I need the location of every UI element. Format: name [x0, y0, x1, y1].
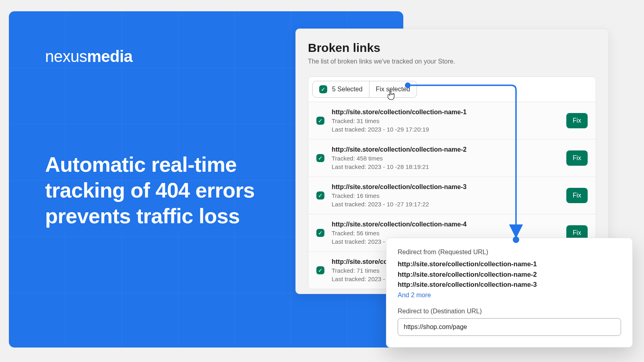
row-tracked-count: Tracked: 31 times: [332, 117, 559, 124]
panel-title: Broken links: [308, 41, 596, 55]
redirect-popover: Redirect from (Requested URL) http://sit…: [386, 238, 633, 348]
brand-part-1: nexus: [45, 47, 87, 65]
selected-count-pill[interactable]: ✓ 5 Selected: [313, 81, 369, 97]
row-body: http://site.store/collection/collection-…: [332, 109, 559, 133]
row-body: http://site.store/collection/collection-…: [332, 183, 559, 208]
row-url: http://site.store/collection/collection-…: [332, 221, 559, 228]
row-url: http://site.store/collection/collection-…: [332, 146, 559, 153]
row-tracked-count: Tracked: 16 times: [332, 192, 559, 199]
row-url: http://site.store/collection/collection-…: [332, 183, 559, 191]
brand-part-2: media: [87, 47, 132, 65]
redirect-to-input[interactable]: [398, 318, 621, 336]
redirect-more-link[interactable]: And 2 more: [398, 292, 621, 299]
row-last-tracked: Last tracked: 2023 - 10 -27 19:17:22: [332, 201, 559, 208]
fix-button[interactable]: Fix: [566, 188, 588, 203]
checkbox-checked-icon: ✓: [319, 85, 327, 93]
row-checkbox[interactable]: ✓: [316, 229, 324, 237]
redirect-from-label: Redirect from (Requested URL): [398, 249, 621, 256]
toolbar-pillbox: ✓ 5 Selected Fix selected: [312, 81, 417, 98]
row-url: http://site.store/collection/collection-…: [332, 109, 559, 116]
brand-logo: nexusmedia: [45, 47, 132, 66]
table-row[interactable]: ✓http://site.store/collection/collection…: [308, 177, 596, 214]
redirect-from-url: http://site.store/collection/collection-…: [398, 259, 621, 269]
table-row[interactable]: ✓http://site.store/collection/collection…: [308, 140, 596, 177]
row-body: http://site.store/collection/collection-…: [332, 146, 559, 170]
redirect-to-label: Redirect to (Destination URL): [398, 308, 621, 315]
hero-headline: Automatic real-time tracking of 404 erro…: [45, 152, 295, 229]
fix-selected-button[interactable]: Fix selected: [369, 81, 417, 97]
row-checkbox[interactable]: ✓: [316, 154, 324, 162]
redirect-from-url: http://site.store/collection/collection-…: [398, 280, 621, 290]
row-checkbox[interactable]: ✓: [316, 191, 324, 200]
row-tracked-count: Tracked: 56 times: [332, 230, 559, 237]
fix-selected-label: Fix selected: [376, 86, 410, 93]
selected-count-label: 5 Selected: [332, 86, 363, 93]
redirect-from-url: http://site.store/collection/collection-…: [398, 269, 621, 280]
fix-button[interactable]: Fix: [566, 150, 588, 166]
panel-subtitle: The list of broken links we've tracked o…: [308, 58, 596, 65]
row-tracked-count: Tracked: 458 times: [332, 155, 559, 162]
row-last-tracked: Last tracked: 2023 - 10 -29 17:20:19: [332, 126, 559, 133]
fix-button[interactable]: Fix: [566, 113, 588, 128]
row-checkbox[interactable]: ✓: [316, 117, 324, 125]
list-toolbar: ✓ 5 Selected Fix selected: [308, 77, 596, 102]
row-checkbox[interactable]: ✓: [316, 266, 324, 274]
row-last-tracked: Last tracked: 2023 - 10 -28 18:19:21: [332, 163, 559, 170]
table-row[interactable]: ✓http://site.store/collection/collection…: [308, 102, 596, 140]
